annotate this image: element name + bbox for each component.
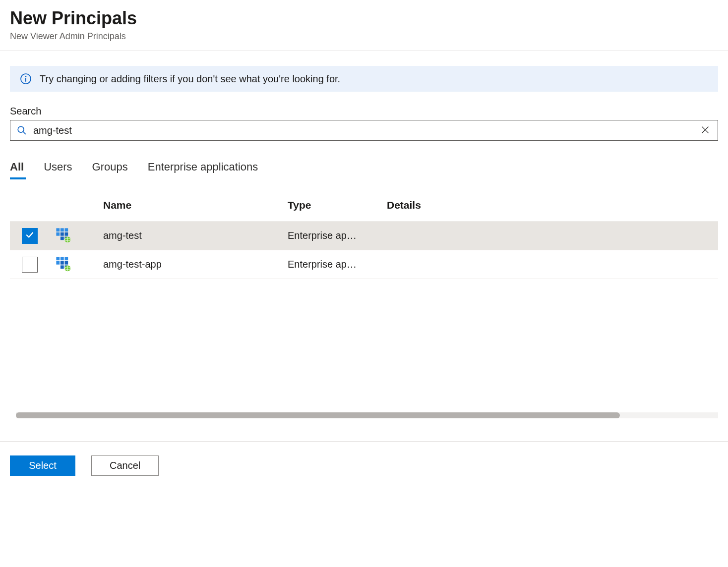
tab-users[interactable]: Users	[44, 161, 72, 178]
checkmark-icon	[25, 230, 34, 241]
svg-rect-2	[25, 78, 26, 82]
filter-tabs: All Users Groups Enterprise applications	[10, 161, 718, 178]
svg-rect-7	[56, 228, 60, 231]
close-icon	[700, 124, 711, 137]
row-checkbox[interactable]	[22, 228, 38, 244]
svg-rect-19	[61, 257, 64, 260]
svg-rect-23	[64, 261, 68, 264]
results-table-header: Name Type Details	[10, 199, 718, 221]
svg-rect-10	[56, 232, 60, 235]
search-icon	[16, 125, 27, 136]
dialog-footer: Select Cancel	[0, 441, 728, 490]
svg-rect-22	[61, 261, 64, 264]
column-header-details[interactable]: Details	[387, 199, 421, 211]
svg-rect-12	[64, 232, 68, 235]
search-label: Search	[10, 106, 718, 117]
scrollbar-thumb[interactable]	[16, 412, 620, 418]
svg-point-1	[25, 76, 27, 77]
row-type: Enterprise ap…	[288, 259, 387, 270]
horizontal-scrollbar[interactable]	[16, 412, 718, 418]
svg-rect-18	[56, 257, 60, 260]
svg-rect-24	[61, 265, 64, 269]
svg-line-4	[23, 132, 26, 134]
row-name: amg-test	[103, 230, 288, 241]
enterprise-application-icon	[55, 255, 71, 274]
clear-search-button[interactable]	[698, 122, 713, 139]
row-name: amg-test-app	[103, 259, 288, 270]
info-banner-text: Try changing or adding filters if you do…	[40, 73, 340, 85]
enterprise-application-icon	[55, 227, 71, 245]
svg-rect-20	[64, 257, 68, 260]
info-banner: Try changing or adding filters if you do…	[10, 66, 718, 92]
svg-rect-21	[56, 261, 60, 264]
tab-all[interactable]: All	[10, 161, 24, 178]
tab-enterprise-applications[interactable]: Enterprise applications	[148, 161, 258, 178]
svg-rect-8	[61, 228, 64, 231]
row-type: Enterprise ap…	[288, 230, 387, 241]
select-button[interactable]: Select	[10, 455, 75, 476]
svg-rect-11	[61, 232, 64, 235]
tab-groups[interactable]: Groups	[92, 161, 128, 178]
svg-rect-9	[64, 228, 68, 231]
page-title: New Principals	[10, 7, 718, 29]
search-field-wrapper	[10, 120, 718, 141]
row-checkbox[interactable]	[22, 257, 38, 273]
table-row[interactable]: amg-test Enterprise ap…	[10, 222, 718, 250]
table-row[interactable]: amg-test-app Enterprise ap…	[10, 250, 718, 279]
svg-rect-13	[61, 236, 64, 240]
results-table-body: amg-test Enterprise ap…	[10, 221, 718, 279]
search-input[interactable]	[33, 125, 698, 136]
page-subtitle: New Viewer Admin Principals	[10, 31, 718, 42]
info-icon	[20, 73, 32, 85]
cancel-button[interactable]: Cancel	[91, 455, 159, 476]
column-header-name[interactable]: Name	[103, 199, 288, 211]
column-header-type[interactable]: Type	[288, 199, 387, 211]
